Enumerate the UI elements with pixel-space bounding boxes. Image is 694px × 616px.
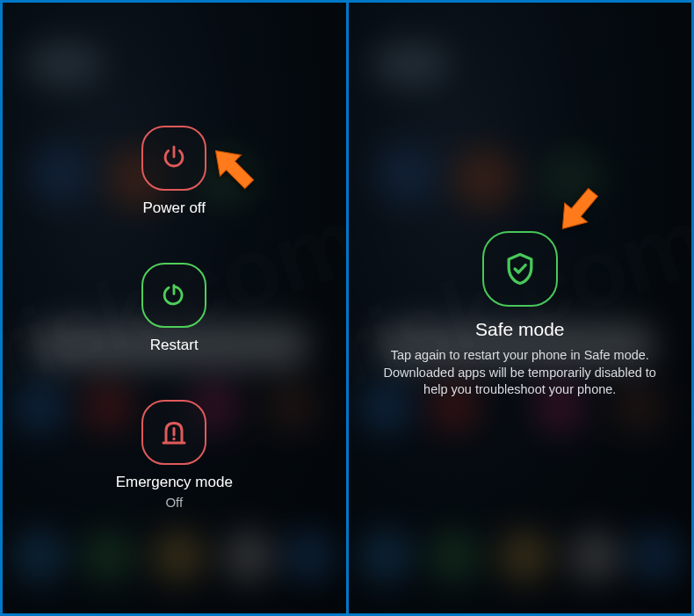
power-icon	[159, 143, 189, 173]
annotation-arrow	[203, 138, 264, 199]
safe-mode-title: Safe mode	[475, 319, 565, 340]
power-off-icon-frame	[141, 126, 206, 191]
emergency-label: Emergency mode	[116, 474, 233, 491]
safe-mode-button[interactable]	[482, 231, 558, 307]
safe-mode-description: Tap again to restart your phone in Safe …	[371, 347, 669, 399]
emergency-mode-button[interactable]: Emergency mode Off	[116, 400, 233, 510]
annotation-arrow	[548, 178, 610, 240]
screenshot-safe-mode-confirm: risk.com Safe mode Tap again to restart …	[349, 3, 692, 613]
restart-label: Restart	[150, 337, 199, 354]
tutorial-composite: risk.com Power off	[0, 0, 694, 616]
screenshot-power-menu: risk.com Power off	[3, 3, 346, 613]
power-off-label: Power off	[142, 199, 206, 217]
siren-alert-icon	[158, 417, 190, 448]
restart-icon-frame	[141, 263, 206, 328]
restart-icon	[159, 280, 189, 310]
power-off-button[interactable]: Power off	[141, 126, 206, 217]
restart-button[interactable]: Restart	[141, 263, 206, 354]
emergency-status: Off	[165, 495, 183, 510]
power-menu: Power off	[116, 126, 233, 510]
shield-check-icon	[501, 250, 539, 288]
emergency-icon-frame	[141, 400, 206, 465]
svg-point-0	[173, 438, 176, 440]
